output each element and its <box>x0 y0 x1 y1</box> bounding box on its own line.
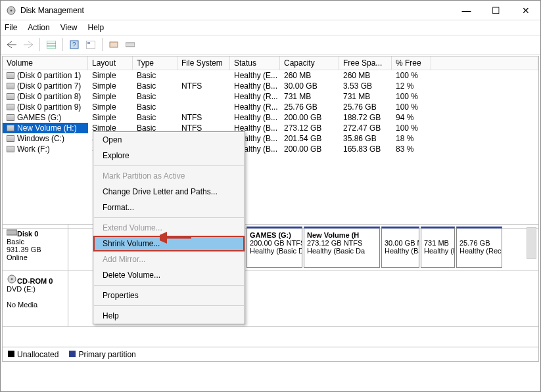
ctx-properties[interactable]: Properties <box>93 288 245 303</box>
table-row[interactable]: (Disk 0 partition 1)SimpleBasicHealthy (… <box>3 70 538 81</box>
disk-row: Disk 0Basic931.39 GBOnlineGAMES (G:)200.… <box>3 225 538 271</box>
col-0[interactable]: Volume <box>3 56 88 70</box>
table-row[interactable]: Windows (C:)SimpleBasicNTFSHealthy (B...… <box>3 133 538 144</box>
volume-icon <box>7 72 14 79</box>
close-button[interactable]: ✕ <box>511 1 540 20</box>
svg-rect-8 <box>87 42 90 44</box>
col-2[interactable]: Type <box>133 56 177 70</box>
col-6[interactable]: Free Spa... <box>339 56 392 70</box>
back-button[interactable] <box>5 37 19 52</box>
volume-icon <box>7 125 14 131</box>
table-row[interactable]: (Disk 0 partition 8)SimpleBasicHealthy (… <box>3 91 538 102</box>
titlebar: Disk Management — ☐ ✕ <box>1 1 540 20</box>
partition[interactable]: 25.76 GBHealthy (Reco <box>456 227 502 268</box>
col-1[interactable]: Layout <box>88 56 133 70</box>
volume-icon <box>7 83 14 89</box>
col-7[interactable]: % Free <box>392 56 431 70</box>
view-icon[interactable] <box>83 37 98 52</box>
partition[interactable]: GAMES (G:)200.00 GB NTFSHealthy (Basic D <box>247 227 302 268</box>
volume-icon <box>7 104 14 110</box>
ctx-delete[interactable]: Delete Volume... <box>93 267 245 283</box>
disk-scrollbar[interactable] <box>527 227 536 259</box>
action-icon-2[interactable] <box>123 37 137 52</box>
svg-point-13 <box>11 278 13 280</box>
action-icon-1[interactable] <box>106 37 121 52</box>
menu-help[interactable]: Help <box>88 23 105 32</box>
col-8[interactable] <box>431 56 538 70</box>
svg-rect-7 <box>86 41 95 49</box>
volume-icon <box>7 114 14 121</box>
volume-icon <box>7 93 14 100</box>
partition[interactable]: 731 MBHealthy (Rec <box>421 227 455 268</box>
volume-icon <box>7 135 14 142</box>
svg-rect-11 <box>7 230 17 235</box>
svg-rect-10 <box>126 43 135 47</box>
table-row[interactable]: (Disk 0 partition 9)SimpleBasicHealthy (… <box>3 102 538 112</box>
volume-table: VolumeLayoutTypeFile SystemStatusCapacit… <box>2 56 539 229</box>
toolbar: ? <box>1 35 540 54</box>
ctx-help[interactable]: Help <box>93 308 245 324</box>
svg-point-1 <box>11 9 12 11</box>
table-row[interactable]: (Disk 0 partition 7)SimpleBasicNTFSHealt… <box>3 81 538 91</box>
table-row[interactable]: New Volume (H:)SimpleBasicNTFSHealthy (B… <box>3 123 538 133</box>
table-header: VolumeLayoutTypeFile SystemStatusCapacit… <box>3 56 538 70</box>
ctx-format[interactable]: Format... <box>93 200 245 215</box>
disk-panel: Disk 0Basic931.39 GBOnlineGAMES (G:)200.… <box>2 224 539 362</box>
menu-action[interactable]: Action <box>28 23 49 32</box>
legend-primary: Primary partition <box>78 350 135 359</box>
table-view-icon[interactable] <box>44 37 59 52</box>
minimize-button[interactable]: — <box>452 1 481 20</box>
partition[interactable]: New Volume (H273.12 GB NTFSHealthy (Basi… <box>304 227 380 268</box>
col-4[interactable]: Status <box>230 56 280 70</box>
disk-label[interactable]: CD-ROM 0DVD (E:)No Media <box>3 271 68 326</box>
context-menu: Open Explore Mark Partition as Active Ch… <box>93 131 245 324</box>
menubar: File Action View Help <box>1 20 540 35</box>
svg-text:?: ? <box>72 41 76 49</box>
col-3[interactable]: File System <box>177 56 230 70</box>
ctx-mirror: Add Mirror... <box>93 251 245 267</box>
help-icon[interactable]: ? <box>67 37 82 52</box>
legend: Unallocated Primary partition <box>3 347 538 361</box>
svg-rect-9 <box>110 42 118 47</box>
table-row[interactable]: GAMES (G:)SimpleBasicNTFSHealthy (B...20… <box>3 112 538 123</box>
partition[interactable]: 30.00 GB NTFSHealthy (Basic <box>381 227 419 268</box>
ctx-open[interactable]: Open <box>93 132 245 148</box>
table-row[interactable]: Work (F:)SimpleBasicNTFSHealthy (B...200… <box>3 144 538 154</box>
menu-view[interactable]: View <box>60 23 78 32</box>
col-5[interactable]: Capacity <box>280 56 339 70</box>
menu-file[interactable]: File <box>5 23 17 32</box>
forward-button[interactable] <box>21 37 35 52</box>
annotation-arrow <box>160 230 193 248</box>
svg-rect-2 <box>47 41 56 49</box>
ctx-explore[interactable]: Explore <box>93 148 245 163</box>
disk-row: CD-ROM 0DVD (E:)No Media <box>3 271 538 327</box>
legend-unallocated: Unallocated <box>17 350 59 359</box>
disk-mgmt-icon <box>6 5 16 16</box>
ctx-mark-active: Mark Partition as Active <box>93 168 245 184</box>
ctx-change-letter[interactable]: Change Drive Letter and Paths... <box>93 184 245 200</box>
disk-label[interactable]: Disk 0Basic931.39 GBOnline <box>3 225 68 270</box>
maximize-button[interactable]: ☐ <box>481 1 511 20</box>
volume-icon <box>7 146 14 152</box>
window-title: Disk Management <box>20 6 452 15</box>
